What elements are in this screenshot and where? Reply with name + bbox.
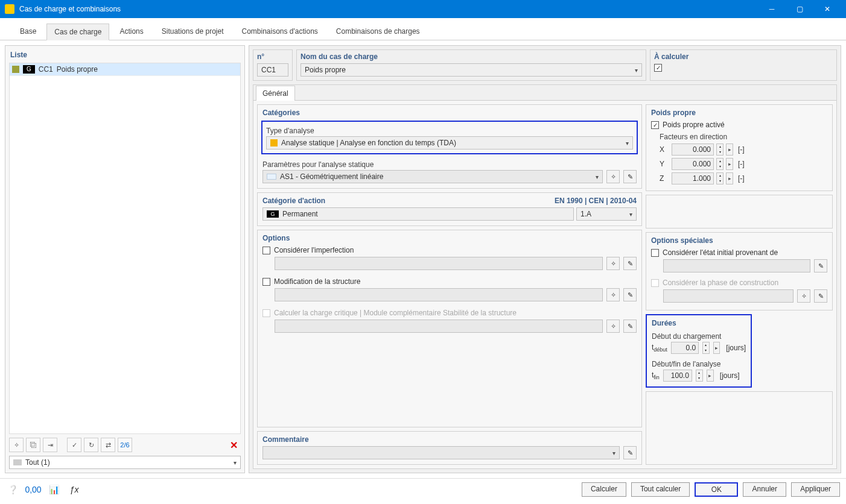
critical-edit-button: ✎ xyxy=(623,320,637,333)
calculate-all-button[interactable]: Tout calculer xyxy=(631,482,690,497)
insert-button[interactable]: ⇥ xyxy=(43,438,57,452)
apply-button[interactable]: Appliquer xyxy=(791,482,840,497)
spinner[interactable]: ▴▾ xyxy=(716,172,724,184)
maximize-button[interactable]: ▢ xyxy=(786,0,813,18)
critical-checkbox xyxy=(262,309,270,317)
factor-y-row: Y 0.000 ▴▾ [-] xyxy=(651,157,827,171)
category-badge: G xyxy=(23,65,35,74)
filter-combo[interactable]: Tout (1) xyxy=(9,456,241,469)
analysis-type-combo[interactable]: Analyse statique | Analyse en fonction d… xyxy=(266,136,633,150)
selfweight-section: Poids propre ✓ Poids propre activé Facte… xyxy=(646,104,833,191)
list-header: Liste xyxy=(9,49,241,63)
play-button[interactable] xyxy=(707,370,714,382)
factor-z-row: Z 1.000 ▴▾ [-] xyxy=(651,171,827,186)
spinner[interactable]: ▴▾ xyxy=(696,370,703,382)
color-swatch-icon xyxy=(12,66,19,73)
factor-y-input[interactable]: 0.000 xyxy=(672,158,714,170)
name-combo[interactable]: Poids propre xyxy=(301,63,642,77)
structure-new-button[interactable]: ✧ xyxy=(606,288,620,301)
calculate-button[interactable]: Calculer xyxy=(582,482,626,497)
t-end-symbol: tfin xyxy=(652,371,660,380)
chevron-down-icon xyxy=(596,172,599,181)
factor-x-input[interactable]: 0.000 xyxy=(672,143,714,156)
structure-mod-checkbox[interactable] xyxy=(262,278,270,286)
analysis-color-icon xyxy=(270,139,278,146)
left-toolbar: ✧ ⿻ ⇥ ✓ ↻ ⇄ 2/6 ✕ xyxy=(9,434,241,452)
t-start-symbol: tdébut xyxy=(652,343,667,353)
loadcase-name: Poids propre xyxy=(57,65,98,74)
play-button[interactable] xyxy=(726,158,733,170)
units-icon[interactable]: 0,00 xyxy=(27,483,40,496)
comment-combo[interactable] xyxy=(262,446,620,459)
initial-state-combo[interactable] xyxy=(663,259,810,272)
factor-x-row: X 0.000 ▴▾ [-] xyxy=(651,142,827,157)
tab-cas-de-charge[interactable]: Cas de charge xyxy=(46,24,109,40)
imperfection-new-button[interactable]: ✧ xyxy=(606,257,620,270)
main-tabstrip: Base Cas de charge Actions Situations de… xyxy=(0,18,846,40)
structure-edit-button[interactable]: ✎ xyxy=(623,288,637,301)
titlebar: Cas de charge et combinaisons ─ ▢ ✕ xyxy=(0,0,846,18)
imperfection-checkbox[interactable] xyxy=(262,247,270,254)
chevron-down-icon xyxy=(626,139,629,147)
cancel-button[interactable]: Annuler xyxy=(743,482,786,497)
app-icon xyxy=(5,4,14,14)
edit-params-button[interactable]: ✎ xyxy=(623,170,637,183)
link-button[interactable]: ⇄ xyxy=(101,438,115,452)
action-category-section: Catégorie d'action EN 1990 | CEN | 2010-… xyxy=(257,192,642,226)
delete-button[interactable]: ✕ xyxy=(226,438,241,452)
play-button[interactable] xyxy=(726,143,733,156)
critical-combo xyxy=(275,320,603,333)
new-params-button[interactable]: ✧ xyxy=(606,170,620,183)
imperfection-edit-button[interactable]: ✎ xyxy=(623,257,637,270)
play-button[interactable] xyxy=(713,342,720,354)
selfweight-checkbox[interactable]: ✓ xyxy=(651,121,659,129)
n-value-field[interactable]: CC1 xyxy=(257,63,288,77)
tab-actions[interactable]: Actions xyxy=(112,23,151,40)
play-button[interactable] xyxy=(726,172,733,184)
list-item[interactable]: G CC1 Poids propre xyxy=(10,63,240,76)
function-icon[interactable]: ƒx xyxy=(68,483,81,496)
loadcase-list[interactable]: G CC1 Poids propre xyxy=(9,63,241,434)
structure-combo[interactable] xyxy=(275,288,603,301)
comment-edit-button[interactable]: ✎ xyxy=(623,446,637,459)
initial-state-checkbox[interactable] xyxy=(651,249,659,257)
initial-state-edit-button[interactable]: ✎ xyxy=(814,259,827,272)
t-start-input[interactable]: 0.0 xyxy=(671,342,699,354)
static-params-combo[interactable]: AS1 - Géométriquement linéaire xyxy=(262,170,603,183)
help-icon[interactable]: ❔ xyxy=(6,483,19,496)
tab-comb-actions[interactable]: Combinaisons d'actions xyxy=(234,23,326,40)
action-category-combo[interactable]: G Permanent xyxy=(262,207,574,221)
tab-situations[interactable]: Situations de projet xyxy=(154,23,232,40)
spinner[interactable]: ▴▾ xyxy=(716,143,724,156)
tab-base[interactable]: Base xyxy=(12,23,44,40)
spinner[interactable]: ▴▾ xyxy=(716,158,724,170)
spacer-1 xyxy=(646,195,833,228)
tab-comb-charges[interactable]: Combinaisons de charges xyxy=(328,23,428,40)
tab-general[interactable]: Général xyxy=(256,86,295,101)
left-pane: Liste G CC1 Poids propre ✧ ⿻ ⇥ ✓ ↻ ⇄ 2/6… xyxy=(5,45,245,473)
number-button[interactable]: 2/6 xyxy=(118,438,132,452)
calc-checkbox[interactable]: ✓ xyxy=(654,64,662,72)
chevron-down-icon xyxy=(612,449,615,457)
calc-label: À calculer xyxy=(654,52,833,63)
t-end-input[interactable]: 100.0 xyxy=(663,370,692,382)
minimize-button[interactable]: ─ xyxy=(758,0,786,18)
filter-value: Tout (1) xyxy=(25,458,50,467)
spinner[interactable]: ▴▾ xyxy=(702,342,710,354)
right-pane: n° CC1 Nom du cas de charge Poids propre… xyxy=(249,45,841,473)
factor-z-input[interactable]: 1.000 xyxy=(672,172,714,184)
refresh-button[interactable]: ↻ xyxy=(84,438,98,452)
filter-swatch-icon xyxy=(13,459,22,465)
n-label: n° xyxy=(257,52,288,63)
ok-button[interactable]: OK xyxy=(695,482,738,497)
check-button[interactable]: ✓ xyxy=(67,438,81,452)
close-button[interactable]: ✕ xyxy=(813,0,841,18)
chevron-down-icon xyxy=(629,210,632,218)
chart-icon[interactable]: 📊 xyxy=(47,483,60,496)
action-code-combo[interactable]: 1.A xyxy=(576,207,637,221)
construction-phase-checkbox xyxy=(651,279,659,287)
new-button[interactable]: ✧ xyxy=(9,438,24,452)
options-section: Options Considérer l'imperfection ✧ ✎ xyxy=(257,230,642,427)
imperfection-combo[interactable] xyxy=(275,257,603,270)
copy-button[interactable]: ⿻ xyxy=(26,438,40,452)
